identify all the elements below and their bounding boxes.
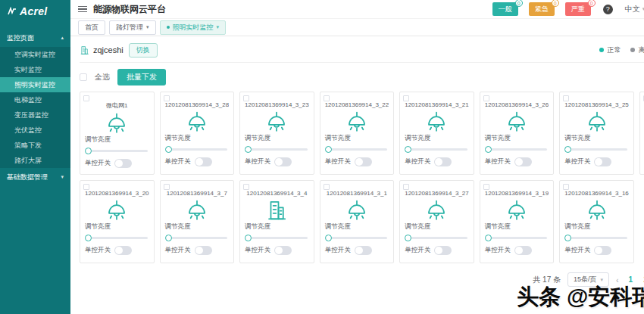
- device-checkbox[interactable]: [83, 95, 89, 101]
- toggle-knob: [195, 247, 203, 254]
- sidebar-item-空调实时监控[interactable]: 空调实时监控: [0, 47, 70, 62]
- brightness-label: 调节亮度: [485, 222, 549, 232]
- brightness-slider[interactable]: [246, 148, 308, 151]
- brightness-slider[interactable]: [327, 237, 388, 239]
- batch-dispatch-button[interactable]: 批量下发: [117, 69, 166, 85]
- device-checkbox[interactable]: [483, 184, 489, 190]
- slider-handle[interactable]: [245, 235, 252, 241]
- brightness-slider[interactable]: [406, 148, 467, 151]
- lamp-icon: [345, 199, 368, 222]
- alarm-badge-一般[interactable]: 一般0: [492, 2, 518, 16]
- select-all-checkbox[interactable]: [80, 73, 87, 81]
- logo-text: Acrel: [20, 5, 48, 17]
- device-checkbox[interactable]: [483, 95, 489, 101]
- toggle-knob: [595, 247, 602, 254]
- device-checkbox[interactable]: [324, 95, 330, 101]
- power-toggle[interactable]: [195, 157, 212, 166]
- brightness-slider[interactable]: [406, 237, 467, 239]
- brightness-slider[interactable]: [327, 148, 388, 151]
- device-card: 12012081369914_3_25 调节亮度 单控开关: [559, 92, 634, 175]
- status-legend: 正常离线故障报警: [599, 45, 644, 55]
- slider-handle[interactable]: [485, 146, 492, 153]
- device-checkbox[interactable]: [563, 95, 569, 101]
- alarm-badge-严重[interactable]: 严重0: [565, 2, 591, 16]
- slider-handle[interactable]: [85, 148, 92, 154]
- power-toggle[interactable]: [355, 157, 372, 166]
- power-toggle[interactable]: [594, 246, 611, 255]
- brightness-slider[interactable]: [246, 237, 308, 239]
- sidebar-group-header[interactable]: 监控页面▴: [0, 29, 70, 47]
- device-checkbox[interactable]: [83, 184, 89, 190]
- power-toggle[interactable]: [274, 246, 292, 255]
- device-checkbox[interactable]: [563, 184, 569, 190]
- sidebar-item-光伏监控[interactable]: 光伏监控: [0, 123, 70, 138]
- tab-照明实时监控[interactable]: 照明实时监控▾: [160, 20, 227, 35]
- toggle-knob: [595, 158, 602, 166]
- brightness-slider[interactable]: [566, 148, 627, 151]
- brightness-slider[interactable]: [167, 148, 228, 151]
- power-toggle[interactable]: [114, 246, 132, 255]
- device-card: 12012081369914_3_7 调节亮度 单控开关: [160, 180, 235, 263]
- slider-handle[interactable]: [85, 235, 92, 241]
- device-checkbox[interactable]: [243, 95, 249, 101]
- brightness-label: 调节亮度: [245, 134, 309, 143]
- alarm-badge-紧急[interactable]: 紧急0: [529, 2, 555, 16]
- device-checkbox[interactable]: [403, 184, 409, 190]
- switch-label: 单控开关: [325, 246, 351, 255]
- sidebar-item-电梯监控[interactable]: 电梯监控: [0, 92, 70, 107]
- device-checkbox[interactable]: [403, 95, 409, 101]
- brightness-slider[interactable]: [86, 237, 148, 239]
- lamp-icon: [265, 110, 288, 133]
- lamp-icon: [105, 199, 128, 222]
- slider-handle[interactable]: [165, 146, 172, 153]
- brightness-slider[interactable]: [566, 237, 627, 239]
- switch-group-button[interactable]: 切换: [129, 43, 158, 58]
- sidebar-item-实时监控[interactable]: 实时监控: [0, 62, 70, 77]
- brightness-slider[interactable]: [486, 237, 548, 239]
- device-card: 12012081369914_3_19 调节亮度 单控开关: [480, 180, 555, 263]
- slider-handle[interactable]: [564, 146, 571, 153]
- device-checkbox[interactable]: [324, 184, 330, 190]
- device-title: 12012081369914_3_28: [165, 101, 230, 108]
- slider-handle[interactable]: [165, 235, 172, 241]
- power-toggle[interactable]: [434, 246, 452, 255]
- device-checkbox[interactable]: [164, 184, 170, 190]
- chevron-down-icon: ▾: [217, 24, 220, 30]
- sidebar-item-路灯大屏[interactable]: 路灯大屏: [0, 153, 70, 168]
- sidebar-item-照明实时监控[interactable]: 照明实时监控: [0, 77, 70, 92]
- legend-label: 离线: [638, 45, 644, 55]
- power-toggle[interactable]: [274, 157, 292, 166]
- slider-handle[interactable]: [405, 235, 411, 241]
- brightness-slider[interactable]: [167, 237, 228, 239]
- slider-handle[interactable]: [405, 146, 411, 153]
- device-title: 12012081369914_3_1: [325, 190, 389, 197]
- device-checkbox[interactable]: [243, 184, 249, 190]
- slider-handle[interactable]: [325, 235, 332, 241]
- sidebar-item-变压器监控[interactable]: 变压器监控: [0, 107, 70, 123]
- switch-label: 单控开关: [485, 246, 511, 255]
- power-toggle[interactable]: [514, 246, 532, 255]
- device-card: 12012081369914_3_21 调节亮度 单控开关: [399, 92, 474, 175]
- power-toggle[interactable]: [434, 157, 452, 166]
- tab-首页[interactable]: 首页: [78, 20, 105, 35]
- tab-路灯管理[interactable]: 路灯管理▾: [109, 20, 156, 35]
- switch-label: 单控开关: [245, 157, 270, 166]
- power-toggle[interactable]: [355, 246, 372, 255]
- slider-handle[interactable]: [325, 146, 332, 153]
- brightness-slider[interactable]: [86, 150, 148, 152]
- collapse-menu-icon[interactable]: [78, 6, 87, 13]
- sidebar-group-header[interactable]: 基础数据管理▾: [0, 168, 70, 186]
- device-checkbox[interactable]: [164, 95, 170, 101]
- power-toggle[interactable]: [594, 157, 611, 166]
- power-toggle[interactable]: [514, 157, 532, 166]
- slider-handle[interactable]: [245, 146, 252, 153]
- sidebar-item-策略下发[interactable]: 策略下发: [0, 138, 70, 153]
- help-icon[interactable]: ?: [603, 5, 613, 14]
- slider-handle[interactable]: [485, 235, 492, 241]
- power-toggle[interactable]: [114, 159, 132, 168]
- power-toggle[interactable]: [195, 246, 212, 255]
- slider-handle[interactable]: [564, 235, 571, 241]
- topbar-menu-中文[interactable]: 中文▾: [625, 4, 644, 14]
- brightness-slider[interactable]: [486, 148, 548, 151]
- device-title: 12012081369914_3_20: [85, 190, 149, 197]
